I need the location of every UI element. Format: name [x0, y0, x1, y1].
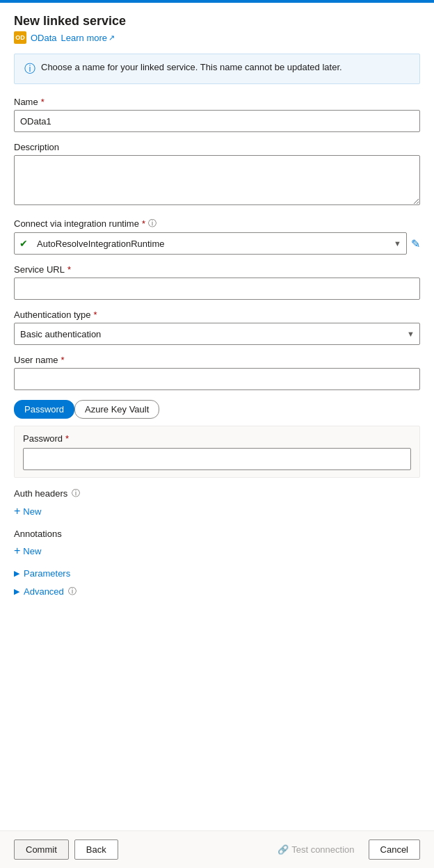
runtime-select-wrapper: ✔ AutoResolveIntegrationRuntime ▼	[14, 232, 407, 255]
learn-more-text: Learn more	[61, 33, 107, 43]
runtime-info-icon: ⓘ	[148, 218, 156, 230]
auth-headers-label: Auth headers ⓘ	[14, 488, 420, 499]
external-link-icon: ↗	[108, 33, 115, 42]
parameters-expandable[interactable]: ▶ Parameters	[14, 568, 420, 579]
password-input[interactable]	[23, 448, 411, 470]
parameters-label: Parameters	[24, 568, 70, 579]
name-input[interactable]	[14, 110, 420, 132]
tab-azure-key-vault[interactable]: Azure Key Vault	[74, 400, 159, 419]
password-required: *	[65, 433, 69, 444]
username-label: User name *	[14, 355, 420, 365]
runtime-field-group: Connect via integration runtime * ⓘ ✔ Au…	[14, 218, 420, 255]
auth-headers-group: Auth headers ⓘ + New	[14, 488, 420, 519]
username-input[interactable]	[14, 368, 420, 390]
description-label: Description	[14, 142, 420, 152]
odata-icon: OD	[14, 31, 26, 44]
name-label: Name *	[14, 97, 420, 107]
auth-type-select-wrapper: Basic authentication ▼	[14, 323, 420, 345]
learn-more-link[interactable]: Learn more ↗	[61, 33, 115, 43]
password-field-label: Password *	[23, 433, 411, 444]
runtime-edit-icon[interactable]: ✎	[411, 237, 420, 250]
auth-headers-new-button[interactable]: + New	[14, 504, 41, 519]
test-connection-label: Test connection	[291, 844, 354, 855]
advanced-chevron-icon: ▶	[14, 587, 19, 596]
odata-service-label: OData	[31, 33, 57, 43]
description-field-group: Description	[14, 142, 420, 208]
advanced-expandable[interactable]: ▶ Advanced ⓘ	[14, 586, 420, 597]
info-icon: ⓘ	[24, 62, 35, 77]
username-field-group: User name *	[14, 355, 420, 390]
info-banner: ⓘ Choose a name for your linked service.…	[14, 54, 420, 84]
runtime-select[interactable]: AutoResolveIntegrationRuntime	[14, 232, 407, 255]
password-tabs: Password Azure Key Vault	[14, 400, 420, 419]
annotations-label: Annotations	[14, 529, 420, 539]
username-required: *	[61, 355, 65, 365]
advanced-label: Advanced	[24, 586, 64, 597]
runtime-check-icon: ✔	[19, 238, 28, 249]
auth-type-required: *	[94, 310, 97, 320]
name-required: *	[41, 97, 45, 107]
advanced-info-icon: ⓘ	[68, 586, 77, 597]
tab-password[interactable]: Password	[14, 400, 74, 419]
password-section: Password *	[14, 426, 420, 478]
auth-type-select[interactable]: Basic authentication	[14, 323, 420, 345]
back-button[interactable]: Back	[74, 839, 118, 860]
annotations-new-button[interactable]: + New	[14, 543, 41, 558]
password-tab-group: Password Azure Key Vault Password *	[14, 400, 420, 478]
annotations-plus-icon: +	[14, 545, 20, 557]
service-url-required: *	[67, 264, 71, 275]
commit-button[interactable]: Commit	[14, 839, 69, 860]
service-url-label: Service URL *	[14, 264, 420, 275]
info-text: Choose a name for your linked service. T…	[41, 61, 342, 74]
auth-headers-info-icon: ⓘ	[72, 488, 80, 499]
name-field-group: Name *	[14, 97, 420, 132]
auth-headers-new-label: New	[23, 506, 41, 517]
annotations-new-label: New	[23, 546, 41, 556]
description-input[interactable]	[14, 155, 420, 205]
annotations-group: Annotations + New	[14, 529, 420, 558]
runtime-required: *	[142, 218, 145, 229]
service-url-input[interactable]	[14, 278, 420, 300]
bottom-bar: Commit Back 🔗 Test connection Cancel	[0, 830, 434, 868]
parameters-chevron-icon: ▶	[14, 569, 19, 578]
test-connection-icon: 🔗	[278, 844, 289, 855]
auth-type-label: Authentication type *	[14, 310, 420, 320]
service-url-field-group: Service URL *	[14, 264, 420, 300]
test-connection-button[interactable]: 🔗 Test connection	[269, 840, 362, 859]
runtime-label: Connect via integration runtime * ⓘ	[14, 218, 420, 230]
auth-headers-plus-icon: +	[14, 505, 20, 517]
page-title: New linked service	[14, 14, 420, 29]
cancel-button[interactable]: Cancel	[369, 839, 420, 860]
auth-type-field-group: Authentication type * Basic authenticati…	[14, 310, 420, 345]
